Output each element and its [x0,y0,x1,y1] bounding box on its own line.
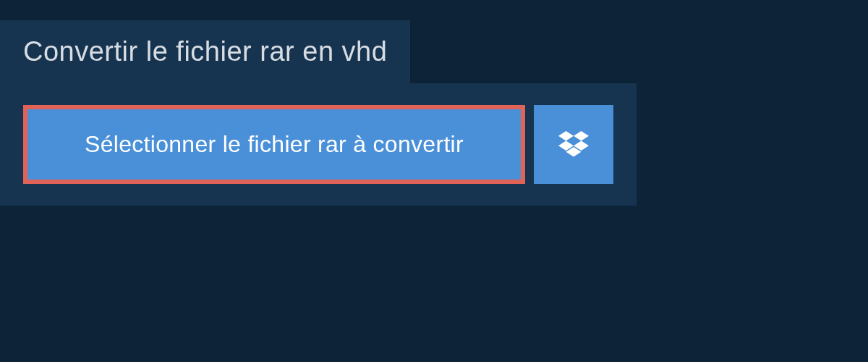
select-file-label: Sélectionner le fichier rar à convertir [85,131,464,158]
dropbox-icon [558,131,589,159]
page-title: Convertir le fichier rar en vhd [23,36,387,67]
select-file-button[interactable]: Sélectionner le fichier rar à convertir [23,105,525,184]
upload-panel: Sélectionner le fichier rar à convertir [0,83,637,206]
button-row: Sélectionner le fichier rar à convertir [23,105,613,184]
header-tab: Convertir le fichier rar en vhd [0,20,410,83]
dropbox-button[interactable] [534,105,613,184]
